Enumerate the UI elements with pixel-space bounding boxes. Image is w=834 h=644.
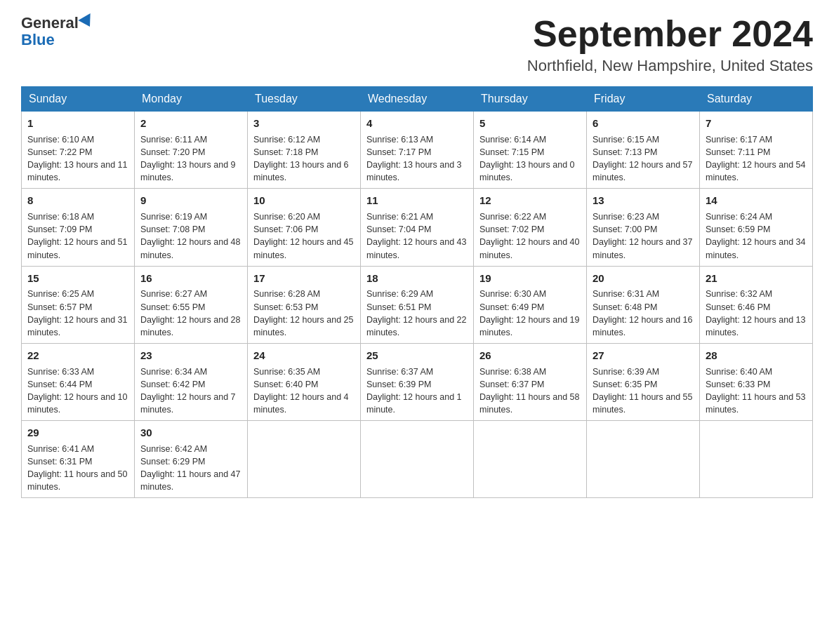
day-info: Sunrise: 6:14 AMSunset: 7:15 PMDaylight:… bbox=[479, 133, 581, 185]
day-number: 20 bbox=[593, 271, 694, 286]
title-area: September 2024 Northfield, New Hampshire… bbox=[527, 14, 813, 75]
day-cell: 28Sunrise: 6:40 AMSunset: 6:33 PMDayligh… bbox=[700, 343, 813, 420]
day-number: 6 bbox=[593, 116, 694, 131]
week-row-1: 1Sunrise: 6:10 AMSunset: 7:22 PMDaylight… bbox=[22, 112, 813, 189]
day-info: Sunrise: 6:42 AMSunset: 6:29 PMDaylight:… bbox=[140, 443, 241, 494]
day-number: 7 bbox=[706, 116, 807, 131]
day-info: Sunrise: 6:35 AMSunset: 6:40 PMDaylight:… bbox=[253, 365, 355, 417]
day-cell: 8Sunrise: 6:18 AMSunset: 7:09 PMDaylight… bbox=[22, 189, 135, 266]
day-cell: 10Sunrise: 6:20 AMSunset: 7:06 PMDayligh… bbox=[248, 189, 361, 266]
day-info: Sunrise: 6:13 AMSunset: 7:17 PMDaylight:… bbox=[366, 133, 468, 185]
day-info: Sunrise: 6:17 AMSunset: 7:11 PMDaylight:… bbox=[706, 133, 807, 185]
day-cell: 2Sunrise: 6:11 AMSunset: 7:20 PMDaylight… bbox=[135, 112, 248, 189]
day-number: 2 bbox=[140, 116, 241, 131]
day-info: Sunrise: 6:39 AMSunset: 6:35 PMDaylight:… bbox=[593, 365, 694, 417]
week-row-5: 29Sunrise: 6:41 AMSunset: 6:31 PMDayligh… bbox=[22, 421, 813, 498]
day-info: Sunrise: 6:10 AMSunset: 7:22 PMDaylight:… bbox=[27, 133, 128, 185]
col-friday: Friday bbox=[587, 87, 700, 112]
day-info: Sunrise: 6:33 AMSunset: 6:44 PMDaylight:… bbox=[27, 365, 128, 417]
day-info: Sunrise: 6:28 AMSunset: 6:53 PMDaylight:… bbox=[253, 288, 355, 339]
day-cell: 20Sunrise: 6:31 AMSunset: 6:48 PMDayligh… bbox=[587, 266, 700, 343]
day-cell: 9Sunrise: 6:19 AMSunset: 7:08 PMDaylight… bbox=[135, 189, 248, 266]
day-number: 27 bbox=[593, 348, 694, 363]
week-row-3: 15Sunrise: 6:25 AMSunset: 6:57 PMDayligh… bbox=[22, 266, 813, 343]
day-cell bbox=[361, 421, 474, 498]
day-number: 30 bbox=[140, 425, 241, 441]
day-cell: 12Sunrise: 6:22 AMSunset: 7:02 PMDayligh… bbox=[474, 189, 587, 266]
day-info: Sunrise: 6:18 AMSunset: 7:09 PMDaylight:… bbox=[27, 210, 128, 262]
day-cell: 1Sunrise: 6:10 AMSunset: 7:22 PMDaylight… bbox=[22, 112, 135, 189]
day-number: 8 bbox=[27, 193, 128, 208]
day-info: Sunrise: 6:37 AMSunset: 6:39 PMDaylight:… bbox=[366, 365, 468, 417]
day-number: 25 bbox=[366, 348, 468, 363]
day-cell: 16Sunrise: 6:27 AMSunset: 6:55 PMDayligh… bbox=[135, 266, 248, 343]
col-thursday: Thursday bbox=[474, 87, 587, 112]
day-number: 13 bbox=[593, 193, 694, 208]
logo-general-text: General bbox=[21, 14, 79, 32]
day-info: Sunrise: 6:38 AMSunset: 6:37 PMDaylight:… bbox=[479, 365, 581, 417]
day-cell: 7Sunrise: 6:17 AMSunset: 7:11 PMDaylight… bbox=[700, 112, 813, 189]
day-info: Sunrise: 6:22 AMSunset: 7:02 PMDaylight:… bbox=[479, 210, 581, 262]
day-info: Sunrise: 6:11 AMSunset: 7:20 PMDaylight:… bbox=[140, 133, 241, 185]
day-info: Sunrise: 6:41 AMSunset: 6:31 PMDaylight:… bbox=[27, 443, 128, 494]
day-cell: 11Sunrise: 6:21 AMSunset: 7:04 PMDayligh… bbox=[361, 189, 474, 266]
day-number: 9 bbox=[140, 193, 241, 208]
day-number: 14 bbox=[706, 193, 807, 208]
day-number: 18 bbox=[366, 271, 468, 286]
day-number: 3 bbox=[253, 116, 355, 131]
day-number: 12 bbox=[479, 193, 581, 208]
day-cell: 29Sunrise: 6:41 AMSunset: 6:31 PMDayligh… bbox=[22, 421, 135, 498]
day-cell: 25Sunrise: 6:37 AMSunset: 6:39 PMDayligh… bbox=[361, 343, 474, 420]
header-row: Sunday Monday Tuesday Wednesday Thursday… bbox=[22, 87, 813, 112]
day-number: 10 bbox=[253, 193, 355, 208]
day-number: 19 bbox=[479, 271, 581, 286]
week-row-2: 8Sunrise: 6:18 AMSunset: 7:09 PMDaylight… bbox=[22, 189, 813, 266]
location-title: Northfield, New Hampshire, United States bbox=[527, 57, 813, 75]
day-cell bbox=[248, 421, 361, 498]
day-cell: 24Sunrise: 6:35 AMSunset: 6:40 PMDayligh… bbox=[248, 343, 361, 420]
day-number: 1 bbox=[27, 116, 128, 131]
day-cell: 27Sunrise: 6:39 AMSunset: 6:35 PMDayligh… bbox=[587, 343, 700, 420]
day-number: 15 bbox=[27, 271, 128, 286]
day-info: Sunrise: 6:19 AMSunset: 7:08 PMDaylight:… bbox=[140, 210, 241, 262]
day-cell: 21Sunrise: 6:32 AMSunset: 6:46 PMDayligh… bbox=[700, 266, 813, 343]
day-info: Sunrise: 6:29 AMSunset: 6:51 PMDaylight:… bbox=[366, 288, 468, 339]
day-info: Sunrise: 6:31 AMSunset: 6:48 PMDaylight:… bbox=[593, 288, 694, 339]
month-title: September 2024 bbox=[527, 14, 813, 54]
day-info: Sunrise: 6:21 AMSunset: 7:04 PMDaylight:… bbox=[366, 210, 468, 262]
day-cell: 18Sunrise: 6:29 AMSunset: 6:51 PMDayligh… bbox=[361, 266, 474, 343]
calendar-table: Sunday Monday Tuesday Wednesday Thursday… bbox=[21, 86, 813, 498]
day-cell: 23Sunrise: 6:34 AMSunset: 6:42 PMDayligh… bbox=[135, 343, 248, 420]
day-number: 16 bbox=[140, 271, 241, 286]
day-number: 22 bbox=[27, 348, 128, 363]
day-number: 11 bbox=[366, 193, 468, 208]
day-info: Sunrise: 6:23 AMSunset: 7:00 PMDaylight:… bbox=[593, 210, 694, 262]
col-sunday: Sunday bbox=[22, 87, 135, 112]
day-number: 4 bbox=[366, 116, 468, 131]
day-cell: 3Sunrise: 6:12 AMSunset: 7:18 PMDaylight… bbox=[248, 112, 361, 189]
day-info: Sunrise: 6:20 AMSunset: 7:06 PMDaylight:… bbox=[253, 210, 355, 262]
day-cell: 13Sunrise: 6:23 AMSunset: 7:00 PMDayligh… bbox=[587, 189, 700, 266]
day-cell: 5Sunrise: 6:14 AMSunset: 7:15 PMDaylight… bbox=[474, 112, 587, 189]
logo: General Blue bbox=[21, 14, 95, 49]
day-info: Sunrise: 6:32 AMSunset: 6:46 PMDaylight:… bbox=[706, 288, 807, 339]
logo-triangle-icon bbox=[78, 13, 95, 30]
day-number: 26 bbox=[479, 348, 581, 363]
page-header: General Blue September 2024 Northfield, … bbox=[21, 14, 813, 75]
day-cell: 22Sunrise: 6:33 AMSunset: 6:44 PMDayligh… bbox=[22, 343, 135, 420]
day-info: Sunrise: 6:40 AMSunset: 6:33 PMDaylight:… bbox=[706, 365, 807, 417]
day-cell bbox=[587, 421, 700, 498]
day-info: Sunrise: 6:15 AMSunset: 7:13 PMDaylight:… bbox=[593, 133, 694, 185]
day-cell: 17Sunrise: 6:28 AMSunset: 6:53 PMDayligh… bbox=[248, 266, 361, 343]
day-cell: 15Sunrise: 6:25 AMSunset: 6:57 PMDayligh… bbox=[22, 266, 135, 343]
week-row-4: 22Sunrise: 6:33 AMSunset: 6:44 PMDayligh… bbox=[22, 343, 813, 420]
day-cell: 30Sunrise: 6:42 AMSunset: 6:29 PMDayligh… bbox=[135, 421, 248, 498]
day-info: Sunrise: 6:12 AMSunset: 7:18 PMDaylight:… bbox=[253, 133, 355, 185]
day-cell: 6Sunrise: 6:15 AMSunset: 7:13 PMDaylight… bbox=[587, 112, 700, 189]
col-wednesday: Wednesday bbox=[361, 87, 474, 112]
day-cell: 26Sunrise: 6:38 AMSunset: 6:37 PMDayligh… bbox=[474, 343, 587, 420]
col-saturday: Saturday bbox=[700, 87, 813, 112]
day-cell bbox=[474, 421, 587, 498]
day-number: 23 bbox=[140, 348, 241, 363]
day-cell: 4Sunrise: 6:13 AMSunset: 7:17 PMDaylight… bbox=[361, 112, 474, 189]
